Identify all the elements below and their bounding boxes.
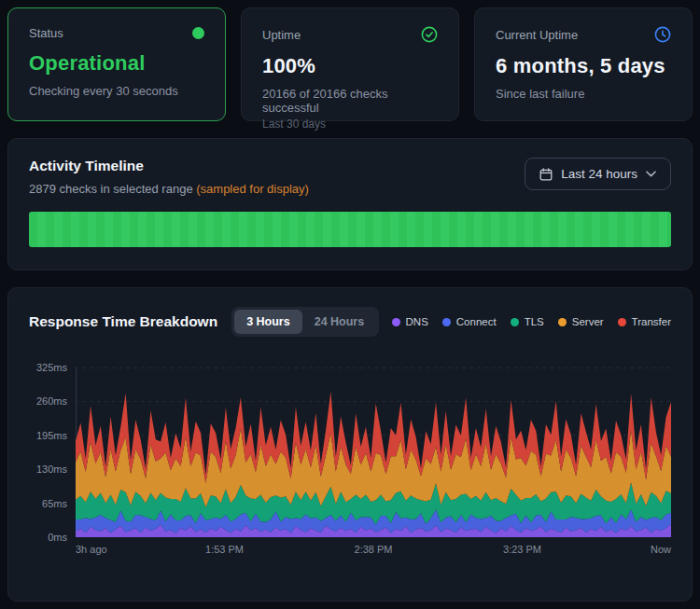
activity-title: Activity Timeline: [29, 158, 309, 174]
status-value: Operational: [29, 51, 204, 76]
status-card: Status Operational Checking every 30 sec…: [7, 7, 226, 121]
x-tick-153pm: 1:53 PM: [205, 544, 244, 555]
transfer-color-dot-icon: [618, 318, 626, 326]
legend-item-tls[interactable]: TLS: [511, 316, 544, 327]
legend-label-server: Server: [572, 316, 604, 327]
y-tick-260: 260ms: [36, 395, 67, 407]
legend-item-transfer[interactable]: Transfer: [618, 316, 671, 327]
stat-cards-row: Status Operational Checking every 30 sec…: [7, 7, 693, 121]
toggle-24-hours[interactable]: 24 Hours: [302, 310, 377, 334]
y-tick-130: 130ms: [36, 464, 67, 475]
stacked-area-chart: [76, 367, 671, 537]
chart-x-axis: 3h ago 1:53 PM 2:38 PM 3:23 PM Now: [76, 544, 671, 564]
current-uptime-card-label: Current Uptime: [496, 28, 578, 42]
response-time-card: Response Time Breakdown 3 Hours 24 Hours…: [7, 287, 693, 602]
check-circle-icon: [421, 26, 438, 43]
clock-icon: [654, 26, 671, 43]
status-card-label: Status: [29, 26, 63, 40]
legend-item-server[interactable]: Server: [558, 316, 604, 327]
chevron-down-icon: [646, 171, 656, 177]
chart-legend: DNS Connect TLS Server Transfer: [392, 316, 671, 327]
x-tick-now: Now: [651, 544, 671, 555]
legend-item-dns[interactable]: DNS: [392, 316, 428, 327]
toggle-3-hours[interactable]: 3 Hours: [234, 310, 302, 334]
chart-y-axis: 325ms 260ms 195ms 130ms 65ms 0ms: [29, 367, 76, 537]
legend-label-connect: Connect: [456, 316, 497, 327]
connect-color-dot-icon: [442, 318, 451, 326]
x-tick-3h-ago: 3h ago: [76, 544, 107, 555]
since-last-failure-text: Since last failure: [496, 87, 671, 101]
activity-subtitle: 2879 checks in selected range (sampled f…: [29, 182, 309, 196]
legend-item-connect[interactable]: Connect: [442, 316, 497, 327]
dns-color-dot-icon: [392, 318, 400, 326]
y-tick-325: 325ms: [36, 362, 67, 373]
y-tick-0: 0ms: [48, 532, 67, 543]
time-range-dropdown[interactable]: Last 24 hours: [525, 158, 671, 190]
checks-count-text: 2879 checks in selected range: [29, 182, 193, 196]
calendar-icon: [539, 168, 553, 181]
uptime-card: Uptime 100% 20166 of 20166 checks succes…: [241, 7, 459, 121]
uptime-dashboard: Status Operational Checking every 30 sec…: [0, 0, 700, 609]
chart-plot: 3h ago 1:53 PM 2:38 PM 3:23 PM Now: [76, 367, 671, 564]
legend-label-dns: DNS: [406, 316, 428, 327]
response-title: Response Time Breakdown: [29, 313, 217, 330]
time-range-label: Last 24 hours: [561, 167, 637, 181]
uptime-card-label: Uptime: [262, 28, 301, 42]
activity-timeline-card: Activity Timeline 2879 checks in selecte…: [7, 138, 693, 270]
server-color-dot-icon: [558, 318, 567, 326]
x-tick-238pm: 2:38 PM: [355, 544, 393, 555]
tls-color-dot-icon: [511, 318, 519, 326]
response-time-chart-area: 325ms 260ms 195ms 130ms 65ms 0ms 3h ago …: [29, 367, 671, 564]
uptime-timeline-bar[interactable]: [29, 212, 671, 247]
status-subtitle: Checking every 30 seconds: [29, 84, 204, 98]
y-tick-195: 195ms: [36, 430, 67, 441]
time-window-toggle: 3 Hours 24 Hours: [231, 307, 379, 337]
status-dot-icon: [192, 27, 204, 39]
current-uptime-value: 6 months, 5 days: [496, 54, 671, 78]
activity-heading-block: Activity Timeline 2879 checks in selecte…: [29, 158, 309, 196]
sampled-note: (sampled for display): [196, 182, 309, 196]
legend-label-transfer: Transfer: [632, 316, 671, 327]
current-uptime-card: Current Uptime 6 months, 5 days Since la…: [474, 7, 693, 121]
y-tick-65: 65ms: [42, 498, 67, 509]
legend-label-tls: TLS: [525, 316, 544, 327]
uptime-period-text: Last 30 days: [262, 118, 438, 131]
x-tick-323pm: 3:23 PM: [503, 544, 541, 555]
checks-successful-text: 20166 of 20166 checks successful: [262, 87, 438, 115]
uptime-percentage: 100%: [262, 54, 438, 78]
